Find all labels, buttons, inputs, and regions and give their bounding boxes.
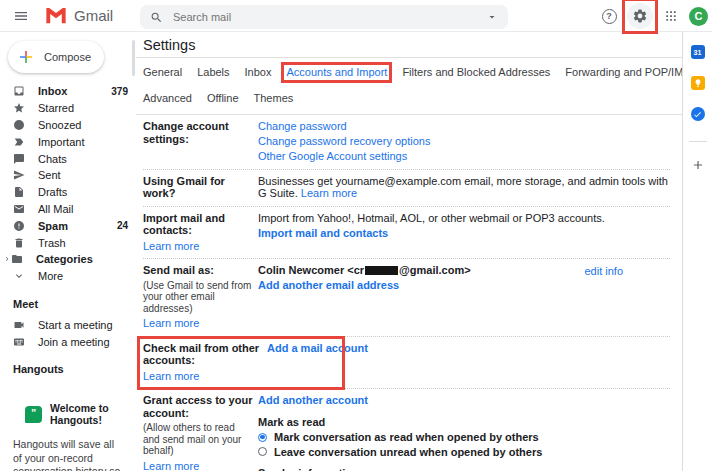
- tab-accounts-and-import[interactable]: Accounts and Import: [286, 66, 387, 82]
- row-label: Send mail as:: [143, 264, 254, 277]
- page-title: Settings: [143, 37, 195, 53]
- sidebar-item-drafts[interactable]: Drafts: [0, 184, 136, 201]
- tab-inbox[interactable]: Inbox: [245, 66, 272, 82]
- row-label: Using Gmail for work?: [143, 175, 254, 200]
- row-label: Import mail and contacts:: [143, 212, 254, 237]
- expand-chevron-icon[interactable]: [3, 255, 11, 263]
- tab-filters[interactable]: Filters and Blocked Addresses: [402, 66, 550, 82]
- hamburger-menu-icon[interactable]: [13, 8, 29, 24]
- sidebar-item-label: Categories: [36, 253, 93, 265]
- tab-themes[interactable]: Themes: [254, 92, 294, 104]
- trash-icon: [13, 237, 25, 249]
- sidebar-item-inbox[interactable]: Inbox 379: [0, 83, 136, 100]
- sidebar-item-label: All Mail: [38, 203, 73, 215]
- settings-tabs: General Labels Inbox Accounts and Import…: [136, 58, 682, 115]
- clock-icon: [13, 119, 25, 131]
- sidebar-item-more[interactable]: More: [0, 268, 136, 285]
- sidebar-item-important[interactable]: Important: [0, 133, 136, 150]
- search-bar[interactable]: [140, 5, 508, 29]
- row-label: Grant access to your account:: [143, 394, 254, 419]
- send-mail-as-learn-more-link[interactable]: Learn more: [143, 317, 199, 330]
- settings-button[interactable]: [627, 3, 653, 29]
- hangouts-welcome-title: Welcome to Hangouts!: [50, 402, 124, 426]
- settings-row-check-mail: Check mail from other accounts: Learn mo…: [143, 337, 670, 390]
- tab-general[interactable]: General: [143, 66, 182, 82]
- change-password-link[interactable]: Change password: [258, 120, 347, 132]
- import-text: Import from Yahoo!, Hotmail, AOL, or oth…: [258, 212, 605, 224]
- tab-advanced[interactable]: Advanced: [143, 92, 192, 104]
- spam-count: 24: [117, 220, 128, 231]
- envelope-icon: [13, 203, 25, 215]
- tasks-icon[interactable]: [691, 107, 705, 121]
- search-input[interactable]: [173, 11, 486, 23]
- send-icon: [13, 169, 25, 181]
- sidebar-item-start-meeting[interactable]: Start a meeting: [0, 317, 136, 334]
- account-avatar[interactable]: C: [689, 7, 708, 26]
- sidebar-item-label: Drafts: [38, 186, 67, 198]
- settings-row-change-account: Change account settings: Change password…: [143, 115, 670, 170]
- add-another-email-link[interactable]: Add another email address: [258, 279, 399, 291]
- sidebar-item-label: Chats: [38, 153, 67, 165]
- settings-main: Settings General Labels Inbox Accounts a…: [136, 32, 682, 471]
- search-options-caret-icon[interactable]: [486, 11, 498, 23]
- tab-offline[interactable]: Offline: [207, 92, 239, 104]
- sidebar-item-label: Join a meeting: [38, 336, 110, 348]
- grant-access-learn-more-link[interactable]: Learn more: [143, 460, 199, 471]
- tab-forwarding[interactable]: Forwarding and POP/IMAP: [565, 66, 682, 82]
- chat-icon: [13, 153, 25, 165]
- sender-information-title: Sender information: [258, 467, 670, 471]
- search-icon: [150, 11, 163, 24]
- add-mail-account-link[interactable]: Add a mail account: [267, 342, 368, 354]
- help-button[interactable]: ?: [597, 4, 621, 28]
- sidebar-item-label: More: [38, 270, 63, 282]
- edit-info-link[interactable]: edit info: [584, 265, 623, 278]
- sidebar-item-trash[interactable]: Trash: [0, 234, 136, 251]
- other-google-account-settings-link[interactable]: Other Google Account settings: [258, 150, 407, 162]
- sidebar-scrollbar[interactable]: [132, 40, 135, 76]
- folder-icon: [11, 253, 23, 265]
- sidebar-item-join-meeting[interactable]: Join a meeting: [0, 333, 136, 350]
- keyboard-icon: [13, 336, 25, 348]
- row-note: (Allow others to read and send mail on y…: [143, 422, 254, 457]
- sidebar-item-label: Snoozed: [38, 119, 81, 131]
- check-mail-learn-more-link[interactable]: Learn more: [143, 370, 199, 383]
- import-learn-more-link[interactable]: Learn more: [143, 240, 199, 253]
- sidebar-item-chats[interactable]: Chats: [0, 150, 136, 167]
- video-camera-icon: [13, 319, 25, 331]
- keep-icon[interactable]: [691, 76, 705, 90]
- sidebar-item-label: Important: [38, 136, 84, 148]
- hangouts-welcome-body: Hangouts will save all of your on-record…: [13, 438, 124, 471]
- right-side-panel: 31: [682, 32, 712, 471]
- get-addons-plus-icon[interactable]: [691, 158, 705, 172]
- sidebar-item-spam[interactable]: Spam 24: [0, 217, 136, 234]
- radio-leave-unread[interactable]: [258, 447, 267, 456]
- gmail-logo[interactable]: Gmail: [45, 7, 113, 24]
- google-apps-button[interactable]: [659, 4, 683, 28]
- sidebar-item-starred[interactable]: Starred: [0, 100, 136, 117]
- sidebar-item-label: Start a meeting: [38, 319, 113, 331]
- tab-label: Accounts and Import: [286, 66, 387, 78]
- sidebar-item-label: Starred: [38, 102, 74, 114]
- sidebar-item-categories[interactable]: Categories: [0, 251, 136, 268]
- row-note: (Use Gmail to send from your other email…: [143, 280, 254, 315]
- redacted-email-box: [365, 266, 398, 275]
- compose-plus-icon: [17, 48, 35, 66]
- import-mail-contacts-link[interactable]: Import mail and contacts: [258, 227, 388, 239]
- sidebar-item-snoozed[interactable]: Snoozed: [0, 117, 136, 134]
- calendar-icon[interactable]: 31: [691, 45, 705, 59]
- radio-mark-read[interactable]: [258, 433, 267, 442]
- compose-button[interactable]: Compose: [8, 41, 104, 73]
- settings-table: Change account settings: Change password…: [136, 115, 682, 471]
- help-icon: ?: [602, 9, 617, 24]
- gmail-m-icon: [45, 7, 67, 24]
- sidebar-item-sent[interactable]: Sent: [0, 167, 136, 184]
- chevron-down-icon: [13, 270, 25, 282]
- work-learn-more-link[interactable]: Learn more: [301, 187, 357, 199]
- change-password-recovery-link[interactable]: Change password recovery options: [258, 135, 430, 147]
- star-icon: [13, 102, 25, 114]
- inbox-count: 379: [111, 86, 128, 97]
- tab-labels[interactable]: Labels: [197, 66, 229, 82]
- identity-pre: Colin Newcomer <cr: [258, 264, 364, 276]
- sidebar-item-all-mail[interactable]: All Mail: [0, 201, 136, 218]
- add-another-account-link[interactable]: Add another account: [258, 394, 368, 406]
